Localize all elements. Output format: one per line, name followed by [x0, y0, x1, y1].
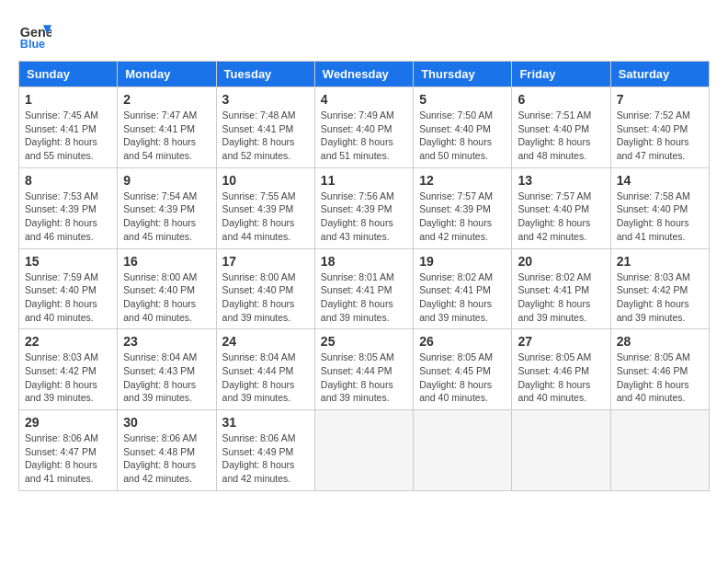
day-number: 12 — [419, 173, 506, 188]
calendar-cell: 19 Sunrise: 8:02 AMSunset: 4:41 PMDaylig… — [414, 248, 512, 329]
day-number: 26 — [419, 334, 506, 349]
header: General Blue — [18, 18, 710, 52]
weekday-header: Saturday — [610, 62, 709, 87]
calendar-cell: 11 Sunrise: 7:56 AMSunset: 4:39 PMDaylig… — [314, 167, 413, 248]
day-number: 3 — [222, 92, 309, 107]
day-info: Sunrise: 7:45 AMSunset: 4:41 PMDaylight:… — [25, 109, 98, 161]
day-info: Sunrise: 7:57 AMSunset: 4:40 PMDaylight:… — [518, 190, 591, 242]
table-row: 1 Sunrise: 7:45 AMSunset: 4:41 PMDayligh… — [19, 87, 710, 168]
day-number: 24 — [222, 334, 309, 349]
day-number: 20 — [518, 254, 604, 269]
table-row: 8 Sunrise: 7:53 AMSunset: 4:39 PMDayligh… — [19, 167, 710, 248]
day-number: 2 — [123, 92, 210, 107]
day-number: 28 — [617, 334, 703, 349]
calendar-cell: 22 Sunrise: 8:03 AMSunset: 4:42 PMDaylig… — [19, 329, 118, 410]
calendar-cell — [314, 410, 413, 491]
day-number: 7 — [617, 92, 703, 107]
calendar-cell: 24 Sunrise: 8:04 AMSunset: 4:44 PMDaylig… — [216, 329, 314, 410]
calendar-cell: 20 Sunrise: 8:02 AMSunset: 4:41 PMDaylig… — [512, 248, 610, 329]
day-number: 22 — [25, 334, 111, 349]
day-number: 23 — [123, 334, 210, 349]
day-number: 29 — [25, 415, 111, 430]
svg-text:Blue: Blue — [20, 38, 45, 51]
day-info: Sunrise: 8:05 AMSunset: 4:46 PMDaylight:… — [518, 351, 591, 403]
day-info: Sunrise: 7:57 AMSunset: 4:39 PMDaylight:… — [419, 190, 493, 242]
day-info: Sunrise: 8:00 AMSunset: 4:40 PMDaylight:… — [222, 271, 296, 323]
calendar-cell: 7 Sunrise: 7:52 AMSunset: 4:40 PMDayligh… — [610, 87, 709, 168]
calendar-cell: 23 Sunrise: 8:04 AMSunset: 4:43 PMDaylig… — [118, 329, 216, 410]
day-info: Sunrise: 8:02 AMSunset: 4:41 PMDaylight:… — [518, 271, 591, 323]
day-number: 18 — [321, 254, 407, 269]
day-number: 4 — [321, 92, 407, 107]
calendar-cell: 3 Sunrise: 7:48 AMSunset: 4:41 PMDayligh… — [216, 87, 314, 168]
day-number: 21 — [617, 254, 703, 269]
weekday-header: Wednesday — [314, 62, 413, 87]
calendar-cell: 25 Sunrise: 8:05 AMSunset: 4:44 PMDaylig… — [314, 329, 413, 410]
day-number: 30 — [123, 415, 210, 430]
day-info: Sunrise: 8:02 AMSunset: 4:41 PMDaylight:… — [419, 271, 493, 323]
calendar-cell: 27 Sunrise: 8:05 AMSunset: 4:46 PMDaylig… — [512, 329, 610, 410]
calendar-cell: 12 Sunrise: 7:57 AMSunset: 4:39 PMDaylig… — [414, 167, 512, 248]
calendar-cell: 17 Sunrise: 8:00 AMSunset: 4:40 PMDaylig… — [216, 248, 314, 329]
calendar-cell: 9 Sunrise: 7:54 AMSunset: 4:39 PMDayligh… — [118, 167, 216, 248]
calendar-cell — [414, 410, 512, 491]
day-info: Sunrise: 7:48 AMSunset: 4:41 PMDaylight:… — [222, 109, 296, 161]
day-number: 25 — [321, 334, 407, 349]
calendar-cell — [610, 410, 709, 491]
table-row: 22 Sunrise: 8:03 AMSunset: 4:42 PMDaylig… — [19, 329, 710, 410]
day-info: Sunrise: 7:59 AMSunset: 4:40 PMDaylight:… — [25, 271, 98, 323]
table-row: 29 Sunrise: 8:06 AMSunset: 4:47 PMDaylig… — [19, 410, 710, 491]
day-number: 1 — [25, 92, 111, 107]
calendar-cell: 1 Sunrise: 7:45 AMSunset: 4:41 PMDayligh… — [19, 87, 118, 168]
day-info: Sunrise: 7:50 AMSunset: 4:40 PMDaylight:… — [419, 109, 493, 161]
calendar-cell: 15 Sunrise: 7:59 AMSunset: 4:40 PMDaylig… — [19, 248, 118, 329]
logo-icon: General Blue — [18, 18, 51, 52]
weekday-header: Tuesday — [216, 62, 314, 87]
day-info: Sunrise: 7:51 AMSunset: 4:40 PMDaylight:… — [518, 109, 591, 161]
calendar-cell: 14 Sunrise: 7:58 AMSunset: 4:40 PMDaylig… — [610, 167, 709, 248]
day-info: Sunrise: 8:05 AMSunset: 4:45 PMDaylight:… — [419, 351, 493, 403]
day-info: Sunrise: 8:06 AMSunset: 4:49 PMDaylight:… — [222, 432, 296, 484]
day-info: Sunrise: 8:04 AMSunset: 4:43 PMDaylight:… — [123, 351, 197, 403]
logo: General Blue — [18, 18, 55, 52]
day-number: 5 — [419, 92, 506, 107]
calendar-cell: 30 Sunrise: 8:06 AMSunset: 4:48 PMDaylig… — [118, 410, 216, 491]
calendar-cell: 16 Sunrise: 8:00 AMSunset: 4:40 PMDaylig… — [118, 248, 216, 329]
day-info: Sunrise: 8:00 AMSunset: 4:40 PMDaylight:… — [123, 271, 197, 323]
day-number: 11 — [321, 173, 407, 188]
day-number: 10 — [222, 173, 309, 188]
day-number: 31 — [222, 415, 309, 430]
day-info: Sunrise: 7:56 AMSunset: 4:39 PMDaylight:… — [321, 190, 394, 242]
calendar-cell: 10 Sunrise: 7:55 AMSunset: 4:39 PMDaylig… — [216, 167, 314, 248]
calendar-cell: 4 Sunrise: 7:49 AMSunset: 4:40 PMDayligh… — [314, 87, 413, 168]
calendar-cell: 6 Sunrise: 7:51 AMSunset: 4:40 PMDayligh… — [512, 87, 610, 168]
day-number: 27 — [518, 334, 604, 349]
day-number: 17 — [222, 254, 309, 269]
table-row: 15 Sunrise: 7:59 AMSunset: 4:40 PMDaylig… — [19, 248, 710, 329]
day-info: Sunrise: 8:04 AMSunset: 4:44 PMDaylight:… — [222, 351, 296, 403]
calendar-cell: 21 Sunrise: 8:03 AMSunset: 4:42 PMDaylig… — [610, 248, 709, 329]
day-number: 16 — [123, 254, 210, 269]
day-info: Sunrise: 8:01 AMSunset: 4:41 PMDaylight:… — [321, 271, 394, 323]
weekday-header: Thursday — [414, 62, 512, 87]
calendar-cell: 2 Sunrise: 7:47 AMSunset: 4:41 PMDayligh… — [118, 87, 216, 168]
day-info: Sunrise: 8:03 AMSunset: 4:42 PMDaylight:… — [617, 271, 690, 323]
day-info: Sunrise: 7:54 AMSunset: 4:39 PMDaylight:… — [123, 190, 197, 242]
calendar-cell — [512, 410, 610, 491]
calendar-cell: 8 Sunrise: 7:53 AMSunset: 4:39 PMDayligh… — [19, 167, 118, 248]
day-info: Sunrise: 7:58 AMSunset: 4:40 PMDaylight:… — [617, 190, 690, 242]
calendar-cell: 13 Sunrise: 7:57 AMSunset: 4:40 PMDaylig… — [512, 167, 610, 248]
day-info: Sunrise: 7:47 AMSunset: 4:41 PMDaylight:… — [123, 109, 197, 161]
day-info: Sunrise: 7:53 AMSunset: 4:39 PMDaylight:… — [25, 190, 98, 242]
day-number: 8 — [25, 173, 111, 188]
calendar-cell: 26 Sunrise: 8:05 AMSunset: 4:45 PMDaylig… — [414, 329, 512, 410]
day-info: Sunrise: 8:03 AMSunset: 4:42 PMDaylight:… — [25, 351, 98, 403]
calendar-cell: 5 Sunrise: 7:50 AMSunset: 4:40 PMDayligh… — [414, 87, 512, 168]
day-info: Sunrise: 8:05 AMSunset: 4:44 PMDaylight:… — [321, 351, 394, 403]
day-number: 19 — [419, 254, 506, 269]
day-number: 14 — [617, 173, 703, 188]
day-number: 6 — [518, 92, 604, 107]
day-info: Sunrise: 7:52 AMSunset: 4:40 PMDaylight:… — [617, 109, 690, 161]
weekday-header: Sunday — [19, 62, 118, 87]
day-number: 9 — [123, 173, 210, 188]
